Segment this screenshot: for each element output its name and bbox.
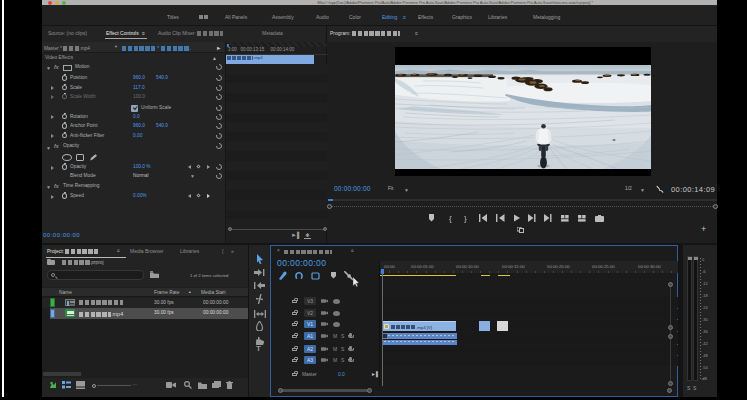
svg-text:}: }: [464, 214, 467, 223]
svg-text:{: {: [449, 214, 452, 223]
